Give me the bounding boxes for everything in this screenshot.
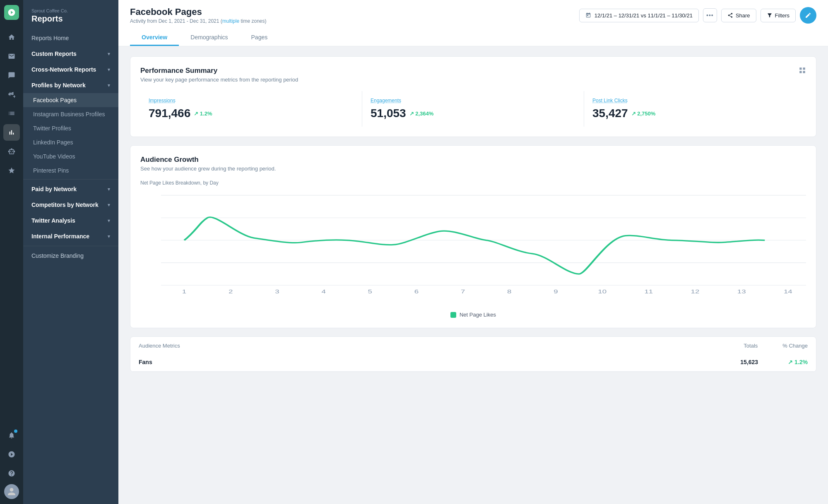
competitors-label: Competitors by Network [31,202,99,208]
nav-help-icon[interactable] [3,465,20,482]
sidebar-item-cross-network[interactable]: Cross-Network Reports ▾ [23,62,118,77]
linkedin-label: LinkedIn Pages [33,139,73,146]
performance-title: Performance Summary [140,67,298,75]
card-title-group: Performance Summary View your key page p… [140,67,298,83]
header-top: Facebook Pages Activity from Dec 1, 2021… [130,7,816,24]
header-actions: 12/1/21 – 12/31/21 vs 11/1/21 – 11/30/21… [579,7,816,24]
subtitle-suffix: time zones) [239,18,266,24]
nav-home-icon[interactable] [3,29,20,46]
engagements-value: 51,053 2,364% [371,107,575,120]
nav-star-icon[interactable] [3,162,20,179]
metric-post-link-clicks: Post Link Clicks 35,427 2,750% [584,91,806,127]
change-header: % Change [782,343,808,349]
svg-text:5: 5 [368,288,372,294]
sidebar-item-linkedin-pages[interactable]: LinkedIn Pages [23,135,118,149]
svg-text:12: 12 [691,288,700,294]
nav-inbox-icon[interactable] [3,48,20,65]
chart-svg: 60 40 20 0 -20 1 Dec 2 3 4 5 6 7 [161,191,806,294]
chart-line [184,217,765,274]
post-link-clicks-change: 2,750% [631,110,656,117]
sidebar-item-profiles-by-network[interactable]: Profiles by Network ▾ [23,77,118,93]
timezone-link[interactable]: multiple [222,18,239,24]
filters-button[interactable]: Filters [761,9,796,22]
customize-branding-label: Customize Branding [31,252,84,259]
metrics-row: Impressions 791,466 1.2% Engagements 51,… [140,91,806,127]
svg-text:10: 10 [598,288,607,294]
main-content: Facebook Pages Activity from Dec 1, 2021… [118,0,828,504]
sidebar-item-competitors[interactable]: Competitors by Network ▾ [23,197,118,213]
custom-reports-label: Custom Reports [31,50,77,57]
metric-impressions: Impressions 791,466 1.2% [140,91,362,127]
user-avatar[interactable] [4,484,19,499]
table-title-row: Audience Metrics Totals % Change [130,337,816,353]
date-range-picker[interactable]: 12/1/21 – 12/31/21 vs 11/1/21 – 11/30/21 [579,9,699,22]
reports-home-label: Reports Home [31,35,69,41]
sidebar-item-pinterest-pins[interactable]: Pinterest Pins [23,163,118,178]
share-button[interactable]: Share [721,9,756,22]
engagements-label[interactable]: Engagements [371,98,575,103]
sidebar-nav: Reports Home Custom Reports ▾ Cross-Netw… [23,30,118,272]
twitter-analysis-label: Twitter Analysis [31,217,75,224]
svg-text:11: 11 [644,288,653,294]
nav-notifications-icon[interactable] [3,427,20,444]
subtitle-text: Activity from Dec 1, 2021 - Dec 31, 2021… [130,18,222,24]
sidebar-item-youtube-videos[interactable]: YouTube Videos [23,149,118,163]
performance-subtitle: View your key page performance metrics f… [140,77,298,83]
audience-growth-subtitle: See how your audience grew during the re… [140,166,276,172]
grid-icon[interactable] [799,67,806,76]
audience-metrics-title: Audience Metrics [139,343,180,349]
fans-value: 15,623 [708,359,758,365]
filters-label: Filters [775,12,789,19]
nav-comments-icon[interactable] [3,67,20,84]
tab-pages[interactable]: Pages [240,30,279,46]
card-header: Performance Summary View your key page p… [140,67,806,83]
page-title: Facebook Pages [130,7,266,17]
main-header: Facebook Pages Activity from Dec 1, 2021… [118,0,828,46]
audience-title-group: Audience Growth See how your audience gr… [140,156,276,172]
sidebar-item-twitter-analysis[interactable]: Twitter Analysis ▾ [23,213,118,228]
svg-text:6: 6 [414,288,419,294]
sidebar-item-facebook-pages[interactable]: Facebook Pages [23,93,118,107]
sidebar-item-internal-performance[interactable]: Internal Performance ▾ [23,228,118,244]
audience-growth-card: Audience Growth See how your audience gr… [130,145,816,328]
nav-reports-icon[interactable] [3,124,20,141]
sidebar-title: Reports [31,14,110,24]
compose-button[interactable] [800,7,816,24]
tab-overview[interactable]: Overview [130,30,179,46]
app-logo[interactable] [4,5,19,20]
youtube-label: YouTube Videos [33,153,75,160]
impressions-label[interactable]: Impressions [149,98,354,103]
divider-1 [23,179,118,180]
nav-activity-icon[interactable] [3,446,20,463]
engagements-change: 2,364% [409,110,434,117]
calendar-icon [585,12,591,18]
paid-chevron: ▾ [108,187,110,192]
tab-demographics[interactable]: Demographics [179,30,239,46]
svg-text:2: 2 [229,288,233,294]
sidebar-item-reports-home[interactable]: Reports Home [23,30,118,46]
cross-network-label: Cross-Network Reports [31,66,96,73]
svg-text:4: 4 [321,288,325,294]
nav-bot-icon[interactable] [3,143,20,160]
nav-publish-icon[interactable] [3,86,20,103]
chart-label: Net Page Likes Breakdown, by Day [140,180,806,186]
legend-label: Net Page Likes [460,312,496,318]
company-name: Sprout Coffee Co. [31,8,110,13]
svg-text:9: 9 [554,288,558,294]
svg-text:14: 14 [784,288,792,294]
paid-by-network-label: Paid by Network [31,186,77,192]
sidebar-item-paid-by-network[interactable]: Paid by Network ▾ [23,181,118,197]
sidebar-item-twitter-profiles[interactable]: Twitter Profiles [23,121,118,135]
more-options-button[interactable]: ••• [703,8,717,22]
filters-icon [767,12,773,18]
sidebar-item-instagram-business[interactable]: Instagram Business Profiles [23,107,118,121]
svg-text:3: 3 [275,288,279,294]
nav-tasks-icon[interactable] [3,105,20,122]
sidebar-item-custom-reports[interactable]: Custom Reports ▾ [23,46,118,62]
svg-text:1: 1 [182,288,186,294]
competitors-chevron: ▾ [108,202,110,208]
twitter-profiles-label: Twitter Profiles [33,125,71,132]
sidebar-item-customize-branding[interactable]: Customize Branding [23,248,118,264]
chart-legend: Net Page Likes [140,312,806,318]
post-link-clicks-label[interactable]: Post Link Clicks [592,98,798,103]
